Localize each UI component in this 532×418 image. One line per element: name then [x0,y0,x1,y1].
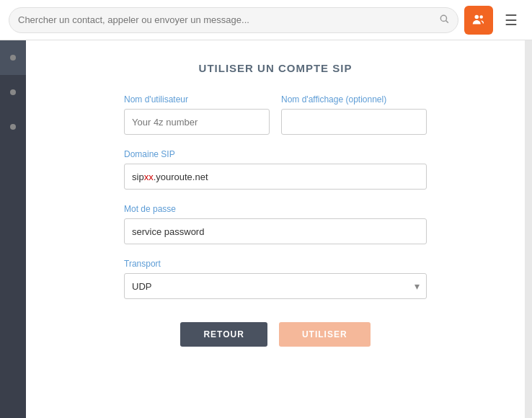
use-button[interactable]: UTILISER [279,322,371,347]
display-name-input[interactable] [281,109,427,135]
search-input[interactable] [18,14,439,25]
username-group: Nom d'utilisateur [124,94,270,135]
name-row: Nom d'utilisateur Nom d'affichage (optio… [124,94,427,135]
password-row: Mot de passe [124,204,427,244]
svg-point-0 [440,15,446,21]
sidebar-dot-2 [10,89,16,95]
password-input[interactable] [124,218,427,244]
sip-xx: xx [144,172,154,182]
sidebar-item-1[interactable] [0,40,26,75]
sip-domain-label: Domaine SIP [124,149,427,159]
search-icon [439,14,449,26]
menu-icon[interactable]: ☰ [499,9,523,32]
transport-select[interactable]: UDP TCP TLS [124,273,427,299]
sip-prefix: sip [132,172,144,182]
search-container [9,7,458,33]
transport-select-wrapper: UDP TCP TLS [124,273,427,299]
sip-domain-display[interactable]: sipxx.youroute.net [124,164,427,190]
main-area: UTILISER UN COMPTE SIP Nom d'utilisateur… [0,40,532,418]
password-label: Mot de passe [124,204,427,214]
password-group: Mot de passe [124,204,427,244]
svg-point-3 [479,15,483,19]
button-row: RETOUR UTILISER [124,322,427,347]
svg-point-2 [475,14,479,19]
transport-label: Transport [124,259,427,269]
sip-suffix: .youroute.net [154,172,208,182]
content-area: UTILISER UN COMPTE SIP Nom d'utilisateur… [26,40,525,418]
topbar: ☰ [0,0,532,40]
transport-group: Transport UDP TCP TLS [124,259,427,299]
scrollbar [525,40,532,418]
username-input[interactable] [124,109,270,135]
sip-domain-group: Domaine SIP sipxx.youroute.net [124,149,427,190]
add-contacts-button[interactable] [464,6,493,35]
sidebar-dot-1 [10,55,16,61]
svg-line-1 [446,21,448,23]
display-name-group: Nom d'affichage (optionnel) [281,94,427,135]
sidebar-dot-3 [10,124,16,130]
back-button[interactable]: RETOUR [180,322,267,347]
sidebar-item-2[interactable] [0,75,26,110]
sip-form: UTILISER UN COMPTE SIP Nom d'utilisateur… [124,62,427,347]
username-label: Nom d'utilisateur [124,94,270,104]
sidebar-item-3[interactable] [0,110,26,144]
transport-row: Transport UDP TCP TLS [124,259,427,299]
display-name-label: Nom d'affichage (optionnel) [281,94,427,104]
form-title: UTILISER UN COMPTE SIP [124,62,427,74]
sip-domain-row: Domaine SIP sipxx.youroute.net [124,149,427,190]
sidebar [0,40,26,418]
